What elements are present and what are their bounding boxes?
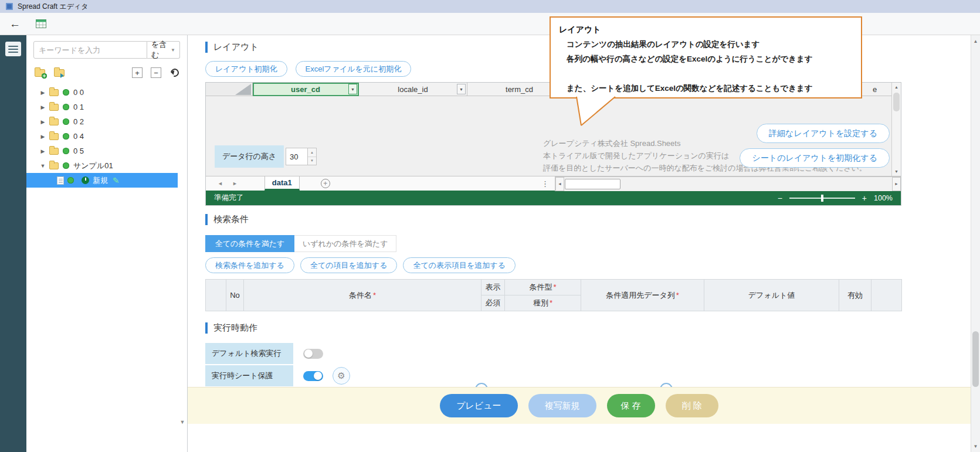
edit-pencil-icon[interactable]: ✎	[113, 176, 120, 185]
add-all-items-button[interactable]: 全ての項目を追加する	[300, 257, 398, 273]
collapse-all-button[interactable]: −	[151, 67, 161, 78]
add-condition-button[interactable]: 検索条件を追加する	[205, 257, 294, 273]
select-all-corner[interactable]	[206, 83, 253, 96]
column-header-partial[interactable]: e	[857, 83, 893, 96]
header-cell-default-value: デフォルト値	[704, 280, 839, 311]
add-all-display-items-button[interactable]: 全ての表示項目を追加する	[403, 257, 516, 273]
zoom-out-icon[interactable]: −	[778, 194, 782, 202]
delete-button[interactable]: 削 除	[666, 394, 718, 417]
add-folder-icon[interactable]	[35, 69, 45, 77]
layout-buttons-row: レイアウト初期化 Excelファイルを元に初期化	[205, 61, 411, 77]
sheet-vertical-scrollbar[interactable]: ▲ ▼	[891, 83, 901, 176]
sheet-horizontal-scrollbar[interactable]: ◄ ►	[555, 176, 901, 191]
scroll-up-icon[interactable]: ▲	[971, 36, 980, 46]
column-header-locale-id[interactable]: locale_id ▼	[359, 83, 467, 96]
sheet-protect-toggle[interactable]	[303, 371, 323, 381]
condition-buttons-row: 検索条件を追加する 全ての項目を追加する 全ての表示項目を追加する	[205, 257, 516, 273]
tree-item-label: 0 1	[73, 103, 84, 111]
tab-match-any[interactable]: いずれかの条件を満たす	[294, 235, 396, 252]
scrollbar-thumb[interactable]	[972, 331, 979, 387]
row-height-control: データ行の高さ ▲ ▼	[215, 145, 317, 168]
scrollbar-thumb[interactable]	[565, 179, 620, 189]
folder-icon	[49, 118, 59, 125]
default-search-toggle[interactable]	[303, 349, 323, 359]
required-mark: *	[373, 291, 376, 300]
header-cell-no: No	[226, 280, 244, 311]
match-type-select[interactable]: を含む ▼	[147, 41, 180, 59]
preview-button[interactable]: プレビュー	[440, 394, 517, 417]
callout-pointer	[573, 96, 620, 127]
column-filter-dropdown-icon[interactable]: ▼	[348, 84, 357, 94]
save-button[interactable]: 保 存	[607, 394, 655, 417]
condition-table: No 条件名* 表示 条件型* 条件適用先データ列* デフォルト値 有効 必須 …	[205, 279, 902, 311]
keyword-search-input[interactable]	[33, 41, 147, 59]
sheet-tab-data1[interactable]: data1	[265, 176, 300, 191]
scroll-right-icon[interactable]: ►	[892, 177, 901, 191]
content-tree-panel: を含む ▼ + − ▶ 0 0 ▶	[26, 35, 188, 452]
header-cell-condition-name: 条件名*	[244, 280, 481, 311]
add-sheet-icon[interactable]: +	[321, 179, 330, 188]
spreadsheet-designer: user_cd ▼ locale_id ▼ term_cd ▼	[205, 82, 901, 206]
scroll-up-icon[interactable]: ▲	[892, 83, 901, 91]
status-dot-icon	[63, 104, 69, 110]
init-sheet-layout-button[interactable]: シートのレイアウトを初期化する	[740, 148, 890, 168]
expander-icon[interactable]: ▶	[39, 119, 46, 125]
expander-icon[interactable]: ▶	[39, 104, 46, 110]
expand-all-button[interactable]: +	[132, 67, 143, 78]
layout-help-callout: レイアウト コンテンツの抽出結果のレイアウトの設定を行います 各列の幅や行の高さ…	[550, 16, 862, 98]
layout-section-header: レイアウト	[205, 40, 259, 54]
zoom-in-icon[interactable]: +	[862, 194, 867, 202]
back-button[interactable]: ←	[9, 18, 21, 29]
stepper-up-icon[interactable]: ▲	[308, 148, 316, 157]
workbook-icon[interactable]	[36, 19, 46, 28]
tree-item[interactable]: ▶ 0 4	[26, 129, 187, 144]
scroll-left-icon[interactable]: ◄	[555, 177, 564, 191]
tab-match-all[interactable]: 全ての条件を満たす	[205, 235, 294, 252]
scroll-down-icon[interactable]: ▼	[892, 167, 901, 176]
tree-search-row: を含む ▼	[33, 41, 180, 59]
scroll-down-icon[interactable]: ▼	[971, 441, 980, 451]
refresh-icon[interactable]	[169, 67, 180, 78]
tree-item-expanded[interactable]: ▼ サンプル01	[26, 158, 187, 173]
next-sheet-icon[interactable]: ►	[232, 181, 238, 186]
column-filter-dropdown-icon[interactable]: ▼	[457, 84, 466, 94]
tree-item[interactable]: ▶ 0 1	[26, 100, 187, 114]
header-cell-show: 表示	[481, 280, 505, 295]
prev-sheet-icon[interactable]: ◄	[218, 181, 223, 186]
tree-item[interactable]: ▶ 0 5	[26, 144, 187, 158]
gear-icon: ⚙	[337, 371, 345, 381]
hamburger-menu-button[interactable]	[5, 42, 21, 56]
sheet-menu-icon[interactable]: ⋮	[541, 179, 549, 188]
excel-init-button[interactable]: Excelファイルを元に初期化	[296, 61, 412, 77]
section-title: 実行時動作	[213, 322, 257, 334]
header-cell-condition-type: 条件型*	[505, 280, 581, 295]
stepper-down-icon[interactable]: ▼	[308, 157, 316, 165]
setting-label: デフォルト検索実行	[205, 343, 293, 364]
tree-toolbar: + −	[35, 66, 179, 79]
tree-scroll-down-icon[interactable]: ▼	[178, 419, 186, 425]
expander-icon[interactable]: ▶	[39, 148, 46, 154]
protect-settings-button[interactable]: ⚙	[333, 367, 350, 385]
left-rail	[0, 35, 26, 452]
callout-line: 各列の幅や行の高さなどの設定をExcelのように行うことができます	[567, 52, 853, 66]
expander-icon[interactable]: ▼	[39, 163, 46, 169]
detail-layout-button[interactable]: 詳細なレイアウトを設定する	[757, 124, 890, 143]
move-folder-icon[interactable]	[54, 69, 65, 77]
scrollbar-thumb[interactable]	[893, 93, 900, 111]
column-header-user-cd[interactable]: user_cd ▼	[253, 83, 359, 96]
layout-init-button[interactable]: レイアウト初期化	[205, 61, 287, 77]
required-mark: *	[550, 298, 552, 307]
header-cell-kind: 種別*	[505, 295, 581, 311]
status-dot-icon	[63, 148, 69, 154]
tree-item[interactable]: ▶ 0 2	[26, 114, 187, 129]
zoom-slider-thumb[interactable]	[821, 195, 823, 202]
copy-new-button[interactable]: 複写新規	[528, 394, 596, 417]
expander-icon[interactable]: ▶	[39, 90, 46, 96]
zoom-slider[interactable]	[789, 198, 855, 199]
header-cell-empty	[206, 280, 226, 311]
row-height-input[interactable]	[286, 148, 308, 165]
tree-item[interactable]: ▶ 0 0	[26, 85, 187, 100]
main-vertical-scrollbar[interactable]: ▲ ▼	[971, 35, 980, 452]
expander-icon[interactable]: ▶	[39, 134, 46, 140]
tree-item-selected[interactable]: 新規 ✎	[26, 173, 178, 188]
